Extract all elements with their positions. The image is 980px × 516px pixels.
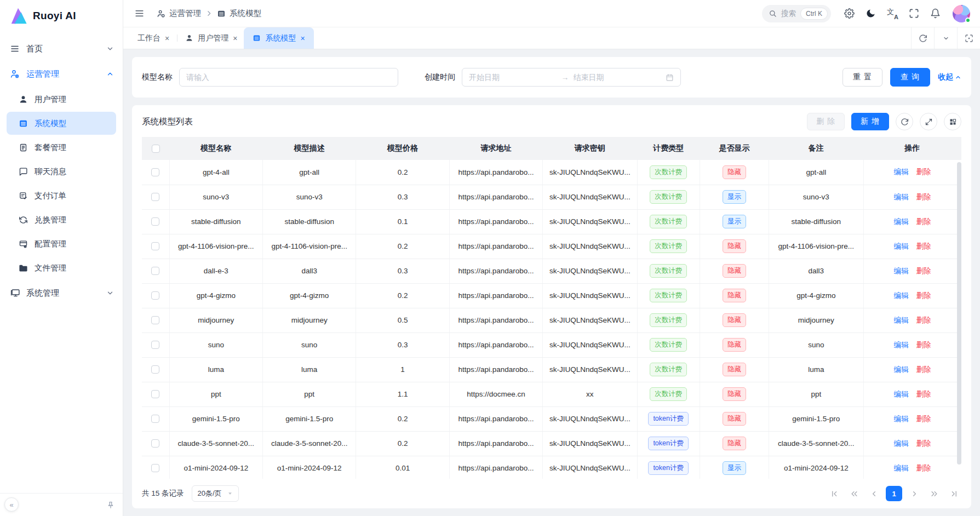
select-all-checkbox[interactable] (152, 145, 160, 153)
row-checkbox[interactable] (151, 168, 159, 176)
delete-link[interactable]: 删除 (916, 168, 931, 176)
delete-link[interactable]: 删除 (916, 291, 931, 300)
tab-workbench[interactable]: 工作台 × (131, 27, 176, 49)
row-checkbox[interactable] (151, 341, 159, 349)
table-fullscreen-button[interactable] (920, 113, 937, 130)
tab-maximize-button[interactable] (957, 27, 980, 49)
sidebar-item-payment-orders[interactable]: 支付订单 (7, 184, 116, 207)
edit-link[interactable]: 编辑 (894, 267, 909, 275)
sidebar-item-system-model[interactable]: 系统模型 (7, 112, 116, 135)
model-name-input[interactable] (179, 68, 398, 87)
date-range-picker[interactable]: → (462, 68, 681, 87)
sidebar-item-redeem-management[interactable]: 兑换管理 (7, 208, 116, 231)
prev-5-pages-button[interactable] (846, 486, 862, 501)
row-checkbox[interactable] (151, 217, 159, 226)
delete-link[interactable]: 删除 (916, 390, 931, 398)
delete-link[interactable]: 删除 (916, 464, 931, 472)
sidebar-item-system-management[interactable]: 系统管理 (0, 280, 123, 306)
end-date-input[interactable] (574, 73, 662, 82)
delete-link[interactable]: 删除 (916, 193, 931, 201)
row-checkbox[interactable] (151, 242, 159, 250)
last-page-button[interactable] (946, 486, 961, 501)
edit-link[interactable]: 编辑 (894, 168, 909, 176)
sidebar-item-chat-messages[interactable]: 聊天消息 (7, 160, 116, 183)
first-page-button[interactable] (827, 486, 842, 501)
collapse-filter-link[interactable]: 收起 (938, 72, 961, 82)
row-checkbox[interactable] (151, 415, 159, 423)
cell-key: sk-JIUQLNndqSeKWU... (543, 308, 637, 332)
close-icon[interactable]: × (300, 35, 305, 42)
row-checkbox[interactable] (151, 316, 159, 324)
close-icon[interactable]: × (233, 35, 237, 42)
current-page-button[interactable]: 1 (886, 486, 902, 501)
row-checkbox[interactable] (151, 291, 159, 300)
user-avatar[interactable] (953, 5, 970, 22)
add-button[interactable]: 新 增 (851, 113, 889, 130)
edit-link[interactable]: 编辑 (894, 291, 909, 300)
tab-refresh-button[interactable] (911, 27, 934, 49)
language-button[interactable]: 文 A (884, 5, 901, 22)
row-checkbox[interactable] (151, 365, 159, 374)
search-button[interactable]: 查 询 (890, 68, 930, 87)
row-checkbox[interactable] (151, 193, 159, 201)
page-size-select[interactable]: 20条/页 (192, 485, 239, 502)
start-date-input[interactable] (469, 73, 557, 82)
fullscreen-button[interactable] (906, 5, 922, 22)
delete-link[interactable]: 删除 (916, 316, 931, 324)
cell-remark: gpt-4-gizmo (769, 283, 863, 308)
cell-price: 0.2 (356, 234, 449, 259)
delete-link[interactable]: 删除 (916, 415, 931, 423)
tab-system-model[interactable]: 系统模型 × (244, 27, 313, 49)
delete-link[interactable]: 删除 (916, 439, 931, 448)
row-checkbox[interactable] (151, 439, 159, 448)
breadcrumb-item-system-model[interactable]: 系统模型 (217, 8, 261, 19)
sidebar-item-file-management[interactable]: 文件管理 (7, 256, 116, 279)
edit-link[interactable]: 编辑 (894, 217, 909, 226)
dark-mode-button[interactable] (862, 5, 879, 22)
breadcrumb-item-operations[interactable]: 运营管理 (157, 8, 201, 19)
column-settings-button[interactable] (944, 113, 961, 130)
reset-button[interactable]: 重 置 (843, 68, 882, 87)
delete-link[interactable]: 删除 (916, 365, 931, 374)
cell-model-name: gemini-1.5-pro (169, 406, 262, 431)
sidebar-collapse-button[interactable]: « (4, 497, 19, 512)
delete-link[interactable]: 删除 (916, 267, 931, 275)
sidebar-item-user-management[interactable]: 用户管理 (7, 88, 116, 111)
delete-link[interactable]: 删除 (916, 242, 931, 250)
next-page-button[interactable] (907, 486, 922, 501)
delete-button[interactable]: 删 除 (807, 113, 845, 130)
row-checkbox[interactable] (151, 267, 159, 275)
close-icon[interactable]: × (165, 35, 169, 42)
menu-toggle-button[interactable] (131, 5, 148, 22)
edit-link[interactable]: 编辑 (894, 415, 909, 423)
sidebar-item-home[interactable]: 首页 (0, 36, 123, 61)
edit-link[interactable]: 编辑 (894, 316, 909, 324)
tab-user-management[interactable]: 用户管理 × (179, 27, 244, 49)
cell-model-name: suno-v3 (169, 185, 262, 209)
table-refresh-button[interactable] (896, 113, 913, 130)
global-search[interactable]: 搜索 Ctrl K (762, 5, 831, 22)
edit-link[interactable]: 编辑 (894, 341, 909, 349)
edit-link[interactable]: 编辑 (894, 390, 909, 398)
edit-link[interactable]: 编辑 (894, 242, 909, 250)
sidebar-item-config-management[interactable]: 配置管理 (7, 232, 116, 255)
calendar-icon (666, 73, 674, 82)
delete-link[interactable]: 删除 (916, 217, 931, 226)
row-checkbox[interactable] (151, 464, 159, 472)
prev-page-button[interactable] (866, 486, 881, 501)
sidebar-item-package-management[interactable]: 套餐管理 (7, 136, 116, 159)
edit-link[interactable]: 编辑 (894, 464, 909, 472)
delete-link[interactable]: 删除 (916, 341, 931, 349)
sidebar-item-operations[interactable]: 运营管理 (0, 61, 123, 87)
notifications-button[interactable] (927, 5, 944, 22)
next-5-pages-button[interactable] (926, 486, 942, 501)
cell-visible: 显示 (700, 456, 769, 479)
edit-link[interactable]: 编辑 (894, 439, 909, 448)
edit-link[interactable]: 编辑 (894, 193, 909, 201)
tab-more-button[interactable] (934, 27, 957, 49)
settings-button[interactable] (841, 5, 858, 22)
table-scrollbar[interactable] (957, 162, 961, 465)
pin-icon[interactable] (106, 501, 115, 509)
row-checkbox[interactable] (151, 390, 159, 398)
edit-link[interactable]: 编辑 (894, 365, 909, 374)
